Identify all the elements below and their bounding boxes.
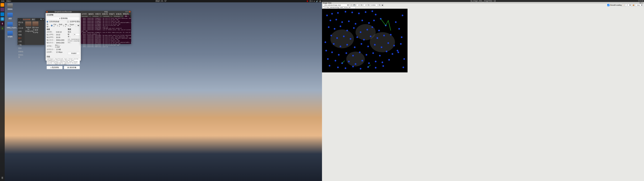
num2-input[interactable] [363,4,366,6]
desktop-icon-desktop[interactable]: 桌面 [7,13,14,20]
rotate-select[interactable]: 0° [625,4,632,6]
menu-icon[interactable]: ≡ [43,18,44,20]
preview-rate-input[interactable] [73,33,80,36]
dock-terminal2-icon[interactable]: ▮ [0,26,4,30]
spinner-icon[interactable]: ⇅ [367,4,370,6]
sidebar-item[interactable]: 文档 [18,40,25,43]
close-icon[interactable] [642,0,643,2]
num1-input[interactable] [356,4,360,6]
color-icon[interactable]: ⬤ [632,4,634,6]
refresh-icon[interactable]: ⟳ [350,4,352,6]
language-indicator[interactable]: 汉 ▾ [310,0,312,2]
terminal-tab[interactable]: /home/kwa… × [102,15,113,18]
rqt-titlebar[interactable]: rqt_image_view__ImageView - rqt [322,0,644,2]
menu-item[interactable]: 查看(V) [95,13,101,15]
close-icon[interactable] [46,11,48,12]
enable-sound-checkbox[interactable] [67,21,69,22]
dock-firefox-icon[interactable] [0,3,4,7]
dock-vscode-icon[interactable] [0,12,4,16]
terminal-output[interactable]: [ INFO] [1634371051.731802837]: the size… [81,18,131,48]
svg-point-32 [330,35,332,36]
enable-hotkey-checkbox[interactable]: ✓ [46,21,48,22]
topic-select[interactable]: /vins_estimator/image_track [323,4,350,6]
shift-checkbox[interactable] [57,25,58,26]
hotkey-key-select[interactable]: R [75,24,80,27]
pause-record-button[interactable]: ⏸ 暂停录制 [46,17,80,20]
volume-icon[interactable]: 🔊 [316,0,318,2]
close-icon[interactable] [129,11,130,12]
power-icon[interactable]: ⏻ [319,0,321,2]
svg-point-60 [386,50,388,52]
clock[interactable]: 星期六 15：57 [156,0,166,2]
breadcrumb-home[interactable]: ❖ 主文件夹 [23,18,31,20]
rotate-icon[interactable]: ↻ [622,4,624,6]
menu-item[interactable]: 终端(T) [109,13,115,15]
sidebar-item[interactable]: 视频 [18,33,25,36]
minimize-icon[interactable] [126,11,127,12]
svg-point-53 [338,54,340,56]
search-icon[interactable]: 🔍 [40,18,42,20]
super-checkbox[interactable] [68,25,68,26]
image-view-canvas[interactable] [322,9,408,72]
dock-files-icon[interactable] [0,8,4,12]
desktop-icon-vins[interactable]: VINS_Fusion_Learning [7,22,14,29]
smooth-scaling-checkbox[interactable] [607,4,610,6]
sidebar-item[interactable]: 图片 [18,36,25,40]
desktop-icon-scripts[interactable]: scripts [7,31,14,38]
mouse-pub-checkbox[interactable] [323,6,325,9]
show-apps-icon[interactable]: ⠿ [1,176,3,180]
maximize-icon[interactable] [640,0,642,2]
sidebar-item[interactable]: 下载 [18,43,25,46]
terminal-tab[interactable]: 终端 × [124,15,130,18]
menu-item[interactable]: 编辑(E) [88,13,94,15]
sidebar-item[interactable]: 桌面 [18,30,25,33]
svg-point-15 [341,21,343,23]
recording-indicator-icon[interactable] [307,0,308,2]
start-preview-button[interactable]: 开始预览 [68,52,80,55]
sidebar-item[interactable]: 音乐 [18,46,25,50]
spinner-icon[interactable]: ⇅ [378,4,381,6]
panel-controls-icon[interactable]: D▢○ [640,2,643,4]
save-record-button[interactable]: 💾 保存录像 [64,66,80,69]
menu-item[interactable]: 搜索(S) [102,13,108,15]
sidebar-item[interactable]: 其他位置 [18,53,25,59]
app-menu[interactable]: 终端 ▾ [6,0,11,2]
activities-button[interactable]: 活动 [1,0,4,2]
save-icon[interactable]: 💾 [353,4,356,6]
sidebar-item[interactable]: 最近使用 [18,21,25,26]
color-select[interactable]: Gray [635,4,643,6]
breadcrumb-current[interactable]: 图片 [31,18,36,20]
nav-back-icon[interactable]: ‹ [18,18,20,20]
dock-terminal-icon[interactable]: $ [0,22,4,26]
cancel-record-button[interactable]: ⊘ 取消录制 [46,66,62,69]
ctrl-checkbox[interactable]: ✓ [51,25,52,26]
nav-fwd-icon[interactable]: › [20,18,22,20]
svg-point-86 [325,50,327,52]
distance-input[interactable] [370,4,378,6]
maximize-icon[interactable] [127,11,129,12]
sidebar-item[interactable]: 主目录 [18,26,25,30]
pub-icon[interactable]: ▣ [381,4,384,6]
minimize-icon[interactable] [638,0,640,2]
terminal-titlebar[interactable]: 终端 [81,11,131,13]
spinner-icon[interactable]: ⇅ [360,4,362,6]
sidebar-item[interactable]: 回收站 [18,50,25,53]
terminal-tab[interactable]: /home/kwa… × [92,15,102,18]
file-thumb[interactable]: 图片size可 能变化.png [32,22,39,44]
terminal-tab[interactable]: kwanwaipa… × [81,15,92,18]
menu-item[interactable]: 文件(F) [82,13,87,15]
alt-checkbox[interactable] [63,25,64,26]
menu-item[interactable]: 帮助(H) [123,13,129,15]
ssr-titlebar[interactable]: SimpleScreenRecorder [46,11,81,13]
svg-point-18 [362,20,363,21]
log-textarea[interactable]: [X11Input::InputThread] Input thread sta… [46,58,80,64]
mouse-topic-input[interactable] [326,6,356,9]
terminal-tab[interactable]: /home/kwa… × [113,15,124,18]
svg-point-27 [360,31,362,33]
network-icon[interactable]: ▾ [314,0,314,2]
desktop-icon-trash[interactable]: 回收站 [7,3,14,10]
file-thumb[interactable]: feature for image.png [25,22,32,44]
dock-browser-icon[interactable] [0,17,4,21]
menu-item[interactable]: 标签(A) [116,13,122,15]
svg-point-5 [331,13,333,14]
